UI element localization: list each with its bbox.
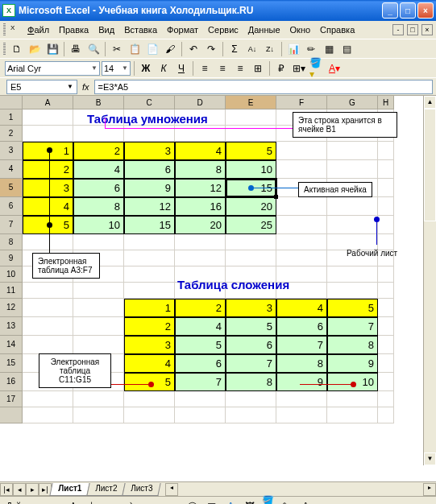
bold-icon[interactable]: Ж — [138, 60, 154, 76]
cell[interactable] — [276, 160, 327, 179]
cell[interactable]: 8 — [175, 160, 226, 179]
fx-icon[interactable]: fx — [82, 82, 89, 92]
maximize-button[interactable]: □ — [400, 2, 416, 19]
open-icon[interactable]: 📂 — [27, 41, 43, 57]
cell[interactable]: 10 — [73, 216, 124, 234]
cell[interactable] — [276, 216, 327, 234]
cell[interactable]: 12 — [175, 179, 226, 197]
cell[interactable] — [378, 216, 394, 234]
grid2-icon[interactable]: ▤ — [338, 41, 355, 57]
minimize-button[interactable]: _ — [382, 2, 398, 19]
menu-window[interactable]: Окно — [286, 23, 315, 36]
cell[interactable]: 3 — [23, 179, 73, 197]
row-header[interactable]: 17 — [0, 391, 23, 407]
cell[interactable] — [378, 179, 394, 197]
align-center-icon[interactable]: ≡ — [214, 60, 230, 76]
cell[interactable]: 10 — [226, 160, 276, 179]
cell[interactable]: 6 — [175, 354, 226, 373]
row-header[interactable]: 1 — [0, 109, 23, 126]
cell[interactable]: 6 — [226, 336, 276, 354]
cell[interactable]: 4 — [276, 299, 327, 317]
textbox-icon[interactable]: ▣ — [203, 498, 219, 505]
cell[interactable]: 3 — [226, 299, 276, 317]
borders-icon[interactable]: ⊞▾ — [291, 60, 307, 76]
col-header[interactable]: B — [73, 96, 124, 109]
drawing-icon[interactable]: ✏ — [303, 41, 319, 57]
cut-icon[interactable]: ✂ — [109, 41, 125, 57]
cell[interactable]: 25 — [226, 216, 276, 234]
cell[interactable] — [327, 142, 378, 160]
cell[interactable]: 1 — [124, 299, 175, 317]
italic-icon[interactable]: К — [156, 60, 172, 76]
clipart-icon[interactable]: 🖼 — [242, 498, 258, 505]
cell[interactable] — [23, 109, 73, 126]
currency-icon[interactable]: ₽ — [273, 60, 289, 76]
sheet-tab[interactable]: Лист1 — [49, 483, 90, 496]
cell[interactable]: 6 — [73, 179, 124, 197]
col-header[interactable]: A — [23, 96, 73, 109]
cell[interactable]: 4 — [73, 160, 124, 179]
row-header[interactable]: 5 — [0, 179, 23, 197]
cell[interactable]: 3 — [124, 142, 175, 160]
sheet-tab[interactable]: Лист2 — [86, 483, 126, 496]
menu-edit[interactable]: Правка — [55, 23, 93, 36]
row-header[interactable]: 13 — [0, 317, 23, 336]
row-header[interactable]: 12 — [0, 299, 23, 317]
cell[interactable] — [276, 142, 327, 160]
cell[interactable] — [378, 160, 394, 179]
cell[interactable] — [327, 216, 378, 234]
cell[interactable]: 8 — [226, 373, 276, 391]
cell[interactable]: 7 — [175, 373, 226, 391]
cell[interactable]: 20 — [175, 216, 226, 234]
format-painter-icon[interactable]: 🖌 — [162, 41, 178, 57]
select-all-corner[interactable] — [0, 96, 23, 109]
merge-icon[interactable]: ⊞ — [250, 60, 266, 76]
cell[interactable]: 8 — [327, 336, 378, 354]
cell[interactable]: 16 — [175, 197, 226, 216]
save-icon[interactable]: 💾 — [44, 41, 60, 57]
horizontal-scrollbar[interactable]: ◂▸ — [165, 483, 436, 496]
preview-icon[interactable]: 🔍 — [85, 41, 102, 57]
cell[interactable]: 9 — [276, 373, 327, 391]
oval-icon[interactable]: ◯ — [184, 498, 200, 505]
doc-icon[interactable]: X — [10, 24, 22, 35]
row-header[interactable]: 9 — [0, 250, 23, 266]
cell[interactable] — [276, 197, 327, 216]
cell[interactable] — [327, 160, 378, 179]
undo-icon[interactable]: ↶ — [185, 41, 201, 57]
chart-icon[interactable]: 📊 — [285, 41, 301, 57]
cell[interactable]: 4 — [23, 197, 73, 216]
name-box[interactable]: E5▼ — [6, 80, 77, 94]
cell[interactable]: 4 — [175, 142, 226, 160]
cell[interactable]: 5 — [226, 317, 276, 336]
row-header[interactable]: 15 — [0, 354, 23, 373]
cell[interactable]: 4 — [124, 354, 175, 373]
select-icon[interactable]: ↖ — [52, 498, 68, 505]
cell[interactable]: 8 — [276, 354, 327, 373]
col-header[interactable]: H — [378, 96, 394, 109]
row-header[interactable]: 7 — [0, 216, 23, 234]
col-header[interactable]: E — [226, 96, 276, 109]
line-color-icon[interactable]: ✎▾ — [280, 498, 297, 505]
row-header[interactable]: 6 — [0, 197, 23, 216]
cell[interactable]: 5 — [175, 336, 226, 354]
formula-input[interactable]: =E3*A5 — [94, 80, 433, 94]
font-combo[interactable]: Arial Cyr▼ — [5, 61, 100, 76]
fill-color-icon[interactable]: 🪣▾ — [309, 60, 325, 76]
fill-icon[interactable]: 🪣▾ — [261, 498, 277, 505]
line-style-icon[interactable]: ≡ — [319, 498, 335, 505]
row-header[interactable] — [0, 407, 23, 423]
cell[interactable]: 15 — [124, 216, 175, 234]
cell[interactable]: 2 — [23, 160, 73, 179]
doc-close-button[interactable]: × — [421, 24, 433, 35]
new-icon[interactable]: 🗋 — [9, 41, 25, 57]
close-button[interactable]: × — [417, 2, 434, 19]
cell[interactable]: 3 — [124, 336, 175, 354]
cell[interactable]: 4 — [175, 317, 226, 336]
cell[interactable]: 20 — [226, 197, 276, 216]
font-color-icon[interactable]: A▾ — [326, 60, 343, 76]
cell[interactable]: 8 — [73, 197, 124, 216]
cell[interactable]: 9 — [124, 179, 175, 197]
doc-minimize-button[interactable]: - — [392, 24, 404, 35]
paste-icon[interactable]: 📄 — [144, 41, 160, 57]
